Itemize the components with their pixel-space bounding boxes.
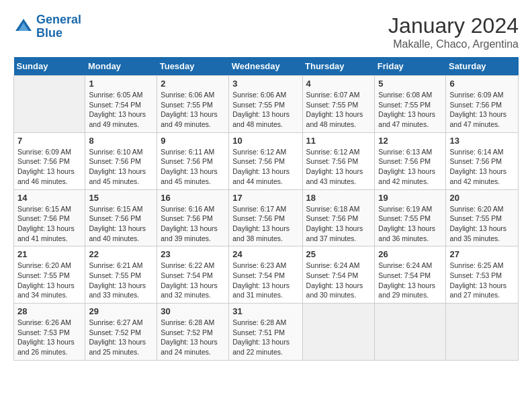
calendar-cell: 10 Sunrise: 6:12 AM Sunset: 7:56 PM Dayl… [229, 132, 302, 189]
calendar-cell: 9 Sunrise: 6:11 AM Sunset: 7:56 PM Dayli… [157, 132, 229, 189]
calendar-cell: 3 Sunrise: 6:06 AM Sunset: 7:55 PM Dayli… [229, 76, 302, 133]
day-info: Sunrise: 6:09 AM Sunset: 7:56 PM Dayligh… [17, 147, 81, 187]
calendar-cell: 28 Sunrise: 6:26 AM Sunset: 7:53 PM Dayl… [14, 304, 85, 361]
day-number: 13 [449, 136, 515, 146]
day-number: 5 [378, 79, 442, 89]
day-number: 1 [89, 79, 153, 89]
day-info: Sunrise: 6:15 AM Sunset: 7:56 PM Dayligh… [17, 204, 81, 244]
day-number: 12 [378, 136, 442, 146]
day-number: 25 [306, 249, 371, 259]
day-info: Sunrise: 6:09 AM Sunset: 7:56 PM Dayligh… [449, 90, 515, 130]
day-info: Sunrise: 6:16 AM Sunset: 7:56 PM Dayligh… [161, 204, 225, 244]
day-number: 14 [17, 193, 81, 203]
day-number: 23 [161, 249, 225, 259]
day-info: Sunrise: 6:21 AM Sunset: 7:55 PM Dayligh… [89, 261, 153, 300]
day-number: 27 [449, 249, 515, 259]
weekday-header-tuesday: Tuesday [157, 57, 229, 76]
calendar-cell: 29 Sunrise: 6:27 AM Sunset: 7:52 PM Dayl… [85, 304, 157, 361]
calendar-cell: 4 Sunrise: 6:07 AM Sunset: 7:55 PM Dayli… [302, 76, 375, 133]
calendar-cell: 20 Sunrise: 6:20 AM Sunset: 7:55 PM Dayl… [446, 189, 519, 246]
logo: General Blue [13, 13, 81, 40]
calendar-cell: 31 Sunrise: 6:28 AM Sunset: 7:51 PM Dayl… [229, 304, 302, 361]
day-number: 20 [449, 193, 515, 203]
day-info: Sunrise: 6:07 AM Sunset: 7:55 PM Dayligh… [306, 90, 371, 130]
calendar-cell: 26 Sunrise: 6:24 AM Sunset: 7:54 PM Dayl… [375, 246, 446, 304]
calendar-cell: 25 Sunrise: 6:24 AM Sunset: 7:54 PM Dayl… [302, 246, 375, 304]
calendar-body: 1 Sunrise: 6:05 AM Sunset: 7:54 PM Dayli… [14, 76, 519, 361]
day-info: Sunrise: 6:06 AM Sunset: 7:55 PM Dayligh… [232, 90, 298, 130]
page-title: January 2024 [388, 13, 519, 38]
day-number: 16 [161, 193, 225, 203]
day-number: 19 [378, 193, 442, 203]
weekday-header-monday: Monday [85, 57, 157, 76]
day-number: 17 [232, 193, 298, 203]
day-info: Sunrise: 6:19 AM Sunset: 7:55 PM Dayligh… [378, 204, 442, 244]
calendar-cell: 19 Sunrise: 6:19 AM Sunset: 7:55 PM Dayl… [375, 189, 446, 246]
day-number: 9 [161, 136, 225, 146]
calendar-cell [302, 304, 375, 361]
logo-line2: Blue [36, 26, 62, 40]
day-number: 21 [17, 249, 81, 259]
page-subtitle: Makalle, Chaco, Argentina [388, 38, 519, 50]
day-info: Sunrise: 6:11 AM Sunset: 7:56 PM Dayligh… [161, 147, 225, 187]
calendar-cell: 5 Sunrise: 6:08 AM Sunset: 7:55 PM Dayli… [375, 76, 446, 133]
calendar-cell: 13 Sunrise: 6:14 AM Sunset: 7:56 PM Dayl… [446, 132, 519, 189]
day-info: Sunrise: 6:26 AM Sunset: 7:53 PM Dayligh… [17, 318, 81, 357]
day-info: Sunrise: 6:27 AM Sunset: 7:52 PM Dayligh… [89, 318, 153, 357]
day-info: Sunrise: 6:28 AM Sunset: 7:51 PM Dayligh… [232, 318, 298, 357]
calendar-cell: 1 Sunrise: 6:05 AM Sunset: 7:54 PM Dayli… [85, 76, 157, 133]
day-number: 26 [378, 249, 442, 259]
day-info: Sunrise: 6:28 AM Sunset: 7:52 PM Dayligh… [161, 318, 225, 357]
page-header: General Blue January 2024 Makalle, Chaco… [13, 13, 519, 50]
calendar-cell: 17 Sunrise: 6:17 AM Sunset: 7:56 PM Dayl… [229, 189, 302, 246]
calendar-cell: 23 Sunrise: 6:22 AM Sunset: 7:54 PM Dayl… [157, 246, 229, 304]
day-number: 6 [449, 79, 515, 89]
calendar-cell: 11 Sunrise: 6:12 AM Sunset: 7:56 PM Dayl… [302, 132, 375, 189]
day-info: Sunrise: 6:20 AM Sunset: 7:55 PM Dayligh… [17, 261, 81, 300]
logo-icon [13, 17, 34, 37]
day-info: Sunrise: 6:06 AM Sunset: 7:55 PM Dayligh… [161, 90, 225, 130]
day-number: 31 [232, 306, 298, 316]
calendar-cell: 30 Sunrise: 6:28 AM Sunset: 7:52 PM Dayl… [157, 304, 229, 361]
day-info: Sunrise: 6:15 AM Sunset: 7:56 PM Dayligh… [89, 204, 153, 244]
day-info: Sunrise: 6:12 AM Sunset: 7:56 PM Dayligh… [306, 147, 371, 187]
weekday-header-friday: Friday [375, 57, 446, 76]
day-number: 10 [232, 136, 298, 146]
day-number: 4 [306, 79, 371, 89]
calendar-header: SundayMondayTuesdayWednesdayThursdayFrid… [14, 57, 519, 76]
day-number: 24 [232, 249, 298, 259]
logo-line1: General [36, 13, 81, 26]
day-info: Sunrise: 6:17 AM Sunset: 7:56 PM Dayligh… [232, 204, 298, 244]
day-info: Sunrise: 6:14 AM Sunset: 7:56 PM Dayligh… [449, 147, 515, 187]
logo-text: General Blue [36, 13, 81, 40]
day-number: 30 [161, 306, 225, 316]
calendar-cell: 22 Sunrise: 6:21 AM Sunset: 7:55 PM Dayl… [85, 246, 157, 304]
calendar-cell: 8 Sunrise: 6:10 AM Sunset: 7:56 PM Dayli… [85, 132, 157, 189]
calendar-cell: 24 Sunrise: 6:23 AM Sunset: 7:54 PM Dayl… [229, 246, 302, 304]
day-number: 7 [17, 136, 81, 146]
day-info: Sunrise: 6:24 AM Sunset: 7:54 PM Dayligh… [306, 261, 371, 300]
week-row-5: 28 Sunrise: 6:26 AM Sunset: 7:53 PM Dayl… [14, 304, 519, 361]
day-number: 28 [17, 306, 81, 316]
weekday-header-saturday: Saturday [446, 57, 519, 76]
calendar-cell: 16 Sunrise: 6:16 AM Sunset: 7:56 PM Dayl… [157, 189, 229, 246]
day-info: Sunrise: 6:13 AM Sunset: 7:56 PM Dayligh… [378, 147, 442, 187]
calendar-cell: 7 Sunrise: 6:09 AM Sunset: 7:56 PM Dayli… [14, 132, 85, 189]
calendar-cell: 18 Sunrise: 6:18 AM Sunset: 7:56 PM Dayl… [302, 189, 375, 246]
day-info: Sunrise: 6:18 AM Sunset: 7:56 PM Dayligh… [306, 204, 371, 244]
title-block: January 2024 Makalle, Chaco, Argentina [388, 13, 519, 50]
day-number: 22 [89, 249, 153, 259]
calendar-cell: 15 Sunrise: 6:15 AM Sunset: 7:56 PM Dayl… [85, 189, 157, 246]
day-info: Sunrise: 6:22 AM Sunset: 7:54 PM Dayligh… [161, 261, 225, 300]
day-number: 29 [89, 306, 153, 316]
calendar-cell: 21 Sunrise: 6:20 AM Sunset: 7:55 PM Dayl… [14, 246, 85, 304]
day-info: Sunrise: 6:10 AM Sunset: 7:56 PM Dayligh… [89, 147, 153, 187]
day-info: Sunrise: 6:12 AM Sunset: 7:56 PM Dayligh… [232, 147, 298, 187]
day-info: Sunrise: 6:24 AM Sunset: 7:54 PM Dayligh… [378, 261, 442, 300]
calendar-cell: 14 Sunrise: 6:15 AM Sunset: 7:56 PM Dayl… [14, 189, 85, 246]
day-number: 8 [89, 136, 153, 146]
day-info: Sunrise: 6:25 AM Sunset: 7:53 PM Dayligh… [449, 261, 515, 300]
week-row-2: 7 Sunrise: 6:09 AM Sunset: 7:56 PM Dayli… [14, 132, 519, 189]
calendar-table: SundayMondayTuesdayWednesdayThursdayFrid… [13, 57, 519, 361]
calendar-cell [446, 304, 519, 361]
